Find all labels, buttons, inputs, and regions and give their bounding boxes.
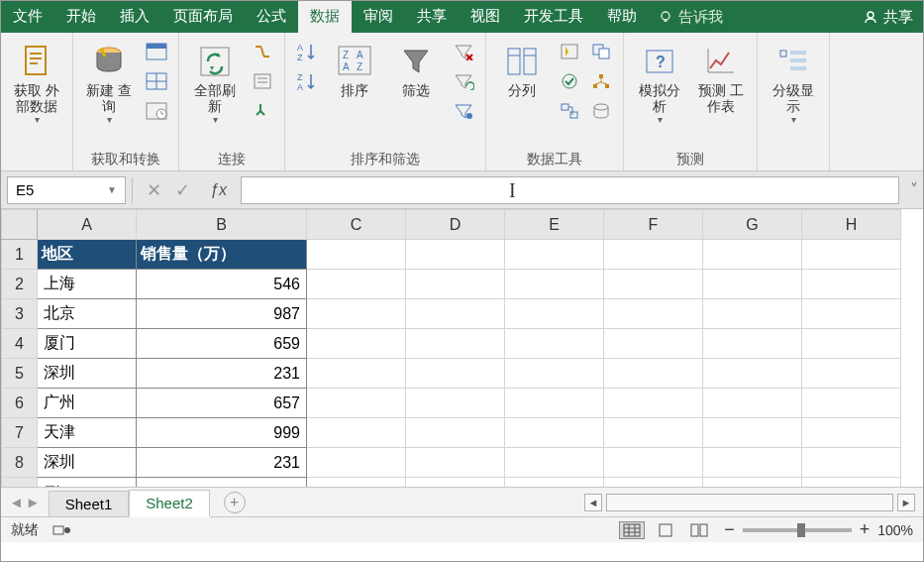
zoom-in-button[interactable]: + xyxy=(860,519,871,540)
tab-nav-next[interactable]: ► xyxy=(26,494,41,510)
col-header-F[interactable]: F xyxy=(604,210,703,240)
sheet-tab-1[interactable]: Sheet1 xyxy=(49,491,130,516)
hscroll-left[interactable]: ◄ xyxy=(584,494,602,511)
sort-button[interactable]: ZAAZ 排序 xyxy=(327,39,382,102)
clear-filter-button[interactable] xyxy=(450,39,477,64)
enter-icon[interactable]: ✓ xyxy=(175,179,190,201)
row-header-5[interactable]: 5 xyxy=(2,359,38,389)
tab-file[interactable]: 文件 xyxy=(1,1,54,33)
view-pagebreak-button[interactable] xyxy=(686,521,712,539)
cell-C1[interactable] xyxy=(307,240,406,270)
fx-icon[interactable]: ƒx xyxy=(210,181,227,199)
col-header-B[interactable]: B xyxy=(137,210,307,240)
relationships-button[interactable] xyxy=(556,98,583,124)
consolidate-button[interactable] xyxy=(587,68,615,94)
cell-A1[interactable]: 地区 xyxy=(38,240,137,270)
col-header-G[interactable]: G xyxy=(703,210,802,240)
col-header-E[interactable]: E xyxy=(505,210,604,240)
cell-A5[interactable]: 深圳 xyxy=(38,359,137,389)
cell-B6[interactable]: 657 xyxy=(137,389,307,418)
show-queries-button[interactable] xyxy=(143,39,170,64)
reapply-button[interactable] xyxy=(450,68,477,94)
refresh-all-button[interactable]: 全部刷新 ▾ xyxy=(187,39,243,129)
from-table-button[interactable] xyxy=(143,68,170,94)
remove-dup-button[interactable] xyxy=(587,39,615,64)
connections-button[interactable] xyxy=(249,39,276,64)
macro-record-icon[interactable] xyxy=(52,523,70,537)
svg-text:A: A xyxy=(297,82,303,92)
col-header-C[interactable]: C xyxy=(307,210,406,240)
outline-button[interactable]: 分级显示 ▾ xyxy=(766,39,821,129)
cell-B4[interactable]: 659 xyxy=(137,329,307,359)
cancel-icon[interactable]: ✕ xyxy=(147,179,161,201)
zoom-slider[interactable] xyxy=(743,528,852,532)
select-all-corner[interactable] xyxy=(2,210,38,240)
cell-A2[interactable]: 上海 xyxy=(38,270,137,299)
cell-A7[interactable]: 天津 xyxy=(38,418,137,448)
tab-home[interactable]: 开始 xyxy=(54,1,108,33)
data-validation-button[interactable] xyxy=(556,68,583,94)
row-header-9[interactable] xyxy=(2,478,38,488)
row-header-8[interactable]: 8 xyxy=(2,448,38,478)
tab-dev[interactable]: 开发工具 xyxy=(512,1,595,33)
row-header-1[interactable]: 1 xyxy=(2,240,38,270)
row-header-4[interactable]: 4 xyxy=(2,329,38,359)
spreadsheet-grid[interactable]: A B C D E F G H 1 地区 销售量（万） 2上海546 3北京98… xyxy=(1,209,923,487)
cell-B3[interactable]: 987 xyxy=(137,299,307,329)
flash-fill-button[interactable] xyxy=(556,39,583,64)
expand-formula-bar[interactable]: ˅ xyxy=(905,180,923,199)
cell-B7[interactable]: 999 xyxy=(137,418,307,448)
tab-share-top[interactable]: 共享 xyxy=(405,1,459,33)
row-header-3[interactable]: 3 xyxy=(2,299,38,329)
tell-me[interactable]: 告诉我 xyxy=(649,1,733,33)
sheet-tab-2[interactable]: Sheet2 xyxy=(129,490,210,517)
cell-A8[interactable]: 深圳 xyxy=(38,448,137,478)
share-button[interactable]: 共享 xyxy=(854,1,923,33)
text-to-columns-button[interactable]: 分列 xyxy=(494,39,550,102)
cell-B9[interactable] xyxy=(137,478,307,488)
cell-B1[interactable]: 销售量（万） xyxy=(137,240,307,270)
cell-A6[interactable]: 广州 xyxy=(38,389,137,418)
col-header-H[interactable]: H xyxy=(802,210,901,240)
zoom-level[interactable]: 100% xyxy=(877,522,913,538)
row-header-6[interactable]: 6 xyxy=(2,389,38,418)
cell-B5[interactable]: 231 xyxy=(137,359,307,389)
cell-B2[interactable]: 546 xyxy=(137,270,307,299)
new-query-button[interactable]: 新建 查询 ▾ xyxy=(81,39,137,129)
row-header-2[interactable]: 2 xyxy=(2,270,38,299)
edit-links-button[interactable] xyxy=(249,98,276,124)
sort-asc-button[interactable]: AZ xyxy=(293,39,321,64)
col-header-D[interactable]: D xyxy=(406,210,505,240)
advanced-button[interactable] xyxy=(450,98,477,124)
filter-button[interactable]: 筛选 xyxy=(388,39,444,102)
col-header-A[interactable]: A xyxy=(38,210,137,240)
add-sheet-button[interactable]: ＋ xyxy=(224,492,246,513)
view-layout-button[interactable] xyxy=(653,521,678,539)
data-model-button[interactable] xyxy=(587,98,615,124)
view-normal-button[interactable] xyxy=(619,521,645,539)
row-header-7[interactable]: 7 xyxy=(2,418,38,448)
tab-nav-prev[interactable]: ◄ xyxy=(9,494,24,510)
cell-A4[interactable]: 厦门 xyxy=(38,329,137,359)
recent-sources-button[interactable] xyxy=(143,98,170,124)
cell-B8[interactable]: 231 xyxy=(137,448,307,478)
tab-insert[interactable]: 插入 xyxy=(108,1,161,33)
whatif-button[interactable]: ? 模拟分析 ▾ xyxy=(632,39,687,129)
cell-A9[interactable]: 厦门 xyxy=(38,478,137,488)
cell-A3[interactable]: 北京 xyxy=(38,299,137,329)
tab-review[interactable]: 审阅 xyxy=(352,1,405,33)
tab-view[interactable]: 视图 xyxy=(459,1,512,33)
sort-desc-button[interactable]: ZA xyxy=(293,68,321,94)
hscroll-right[interactable]: ► xyxy=(897,494,915,511)
tab-help[interactable]: 帮助 xyxy=(595,1,649,33)
zoom-out-button[interactable]: − xyxy=(724,519,735,540)
properties-button[interactable] xyxy=(249,68,276,94)
tab-data[interactable]: 数据 xyxy=(298,1,352,33)
tab-layout[interactable]: 页面布局 xyxy=(161,1,245,33)
hscroll-track[interactable] xyxy=(606,494,893,511)
name-box[interactable]: E5 ▼ xyxy=(7,176,126,204)
tab-formulas[interactable]: 公式 xyxy=(245,1,298,33)
get-external-data-button[interactable]: 获取 外部数据 ▾ xyxy=(9,39,64,129)
formula-input[interactable]: I xyxy=(241,176,899,204)
forecast-button[interactable]: 预测 工作表 xyxy=(693,39,749,118)
